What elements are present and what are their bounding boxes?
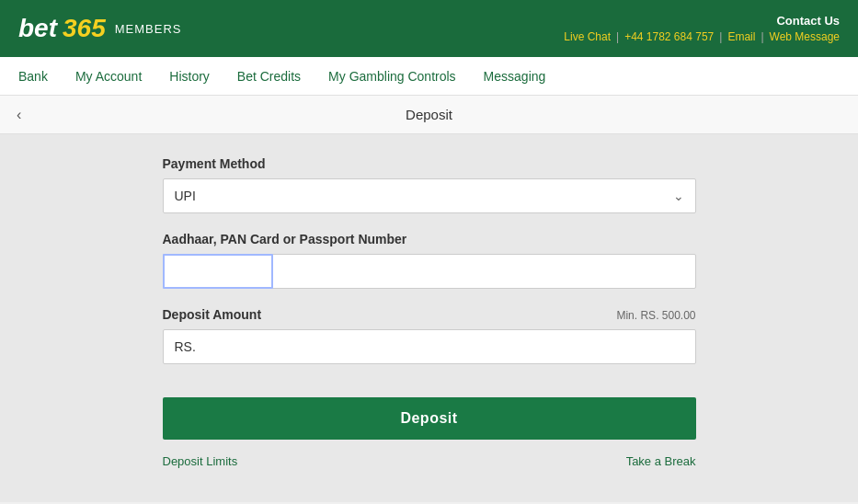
- footer-links: Deposit Limits Take a Break: [163, 454, 696, 468]
- amount-row: Deposit Amount Min. RS. 500.00: [163, 307, 696, 322]
- deposit-limits-link[interactable]: Deposit Limits: [163, 454, 238, 468]
- web-message-link[interactable]: Web Message: [770, 30, 840, 43]
- contact-title: Contact Us: [564, 14, 840, 28]
- take-a-break-link[interactable]: Take a Break: [626, 454, 696, 468]
- payment-method-select[interactable]: UPI Net Banking Credit Card: [164, 179, 695, 212]
- deposit-amount-field: Deposit Amount Min. RS. 500.00: [163, 307, 696, 364]
- deposit-amount-input[interactable]: [163, 329, 696, 364]
- phone-link[interactable]: +44 1782 684 757: [624, 30, 714, 43]
- id-input-wrapper: [163, 254, 696, 289]
- sep3: |: [761, 30, 763, 43]
- main-nav: Bank My Account History Bet Credits My G…: [0, 57, 858, 96]
- payment-method-label: Payment Method: [163, 156, 696, 171]
- logo-members: MEMBERS: [115, 22, 182, 36]
- contact-links: Live Chat | +44 1782 684 757 | Email | W…: [564, 30, 840, 43]
- back-button[interactable]: ‹: [9, 103, 29, 127]
- deposit-form: Payment Method UPI Net Banking Credit Ca…: [163, 156, 696, 468]
- nav-item-messaging[interactable]: Messaging: [484, 60, 546, 93]
- payment-method-select-wrapper: UPI Net Banking Credit Card ⌄: [163, 178, 696, 213]
- min-amount-label: Min. RS. 500.00: [616, 309, 695, 322]
- nav-item-bet-credits[interactable]: Bet Credits: [237, 60, 301, 93]
- deposit-amount-label: Deposit Amount: [163, 307, 262, 322]
- sub-header-title: Deposit: [18, 107, 840, 122]
- sub-header: ‹ Deposit: [0, 96, 858, 134]
- nav-item-my-account[interactable]: My Account: [75, 60, 142, 93]
- logo-bet: bet: [18, 14, 57, 43]
- header-contact: Contact Us Live Chat | +44 1782 684 757 …: [564, 14, 840, 43]
- live-chat-link[interactable]: Live Chat: [564, 30, 611, 43]
- logo-365: 365: [63, 14, 106, 43]
- nav-item-bank[interactable]: Bank: [18, 60, 48, 93]
- email-link[interactable]: Email: [727, 30, 755, 43]
- nav-item-history[interactable]: History: [169, 60, 210, 93]
- main-content: Payment Method UPI Net Banking Credit Ca…: [0, 134, 858, 502]
- logo: bet365 MEMBERS: [18, 14, 181, 43]
- sep2: |: [719, 30, 722, 43]
- header: bet365 MEMBERS Contact Us Live Chat | +4…: [0, 0, 858, 57]
- payment-method-field: Payment Method UPI Net Banking Credit Ca…: [163, 156, 696, 213]
- nav-item-gambling-controls[interactable]: My Gambling Controls: [328, 60, 456, 93]
- id-input[interactable]: [163, 254, 696, 289]
- sep1: |: [616, 30, 619, 43]
- id-label: Aadhaar, PAN Card or Passport Number: [163, 232, 696, 246]
- id-field-group: Aadhaar, PAN Card or Passport Number: [163, 232, 696, 289]
- deposit-button[interactable]: Deposit: [163, 397, 696, 440]
